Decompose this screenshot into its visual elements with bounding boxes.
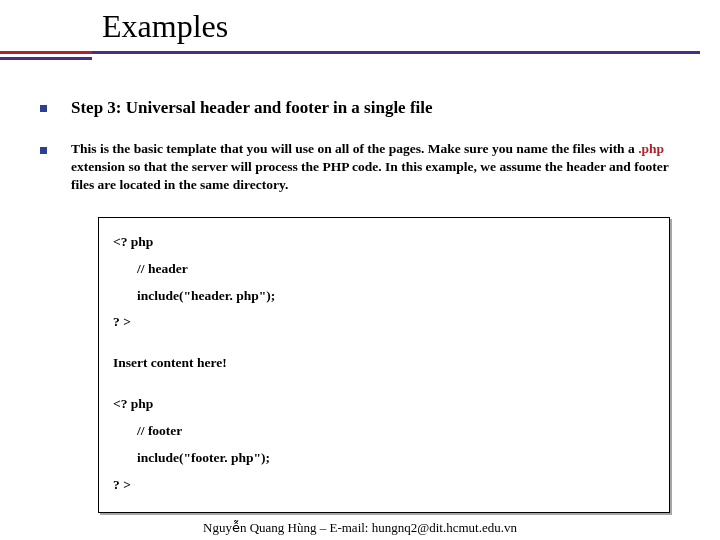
code-open-2: <? php xyxy=(113,394,655,415)
code-include-2: include("footer. php"); xyxy=(113,448,655,469)
slide-header: Examples xyxy=(0,0,720,70)
rule-short xyxy=(0,57,92,60)
step-heading: Step 3: Universal header and footer in a… xyxy=(71,98,433,118)
description-row: This is the basic template that you will… xyxy=(40,140,680,195)
step-row: Step 3: Universal header and footer in a… xyxy=(40,98,680,118)
desc-after: extension so that the server will proces… xyxy=(71,159,668,192)
page-title: Examples xyxy=(102,8,720,45)
code-box: <? php // header include("header. php");… xyxy=(98,217,670,513)
slide-footer: Nguyễn Quang Hùng – E-mail: hungnq2@dit.… xyxy=(0,520,720,536)
code-open-1: <? php xyxy=(113,232,655,253)
desc-highlight: .php xyxy=(638,141,664,156)
bullet-icon xyxy=(40,147,47,154)
slide-body: Step 3: Universal header and footer in a… xyxy=(0,70,720,513)
code-include-1: include("header. php"); xyxy=(113,286,655,307)
desc-before: This is the basic template that you will… xyxy=(71,141,638,156)
code-close-2: ? > xyxy=(113,475,655,496)
code-close-1: ? > xyxy=(113,312,655,333)
code-content: Insert content here! xyxy=(113,353,655,374)
code-comment-1: // header xyxy=(113,259,655,280)
rule-accent xyxy=(0,51,92,54)
code-comment-2: // footer xyxy=(113,421,655,442)
title-rules xyxy=(0,51,720,71)
rule-long xyxy=(0,51,700,54)
bullet-icon xyxy=(40,105,47,112)
description-text: This is the basic template that you will… xyxy=(71,140,680,195)
